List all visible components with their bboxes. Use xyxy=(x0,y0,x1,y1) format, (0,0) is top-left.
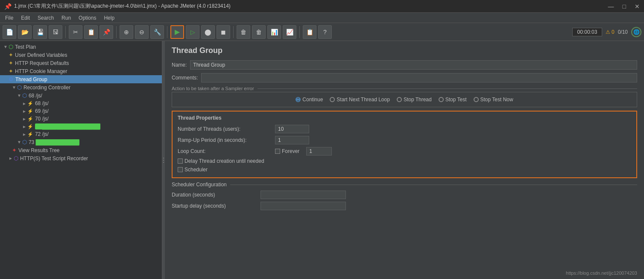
forever-checkbox[interactable] xyxy=(275,149,280,154)
graph-button[interactable]: 📊 xyxy=(267,25,281,39)
minimize-button[interactable]: — xyxy=(608,3,614,10)
sidebar-item-68js-parent[interactable]: ▼ ⬡ 68 /js/ xyxy=(0,91,162,100)
expand-arrow-72: ► xyxy=(22,132,26,137)
start-no-pauses-button[interactable]: ▷ xyxy=(186,25,199,39)
menu-run[interactable]: Run xyxy=(58,14,74,22)
name-label: Name: xyxy=(172,62,187,68)
clear-all-button[interactable]: 🗑 xyxy=(252,25,266,39)
pin-icon: 📌 xyxy=(4,3,12,10)
scheduler-config-section: Scheduler Configuration Duration (second… xyxy=(172,182,637,211)
duration-input[interactable] xyxy=(261,191,346,199)
sidebar-item-thread-group[interactable]: ⚙ Thread Group xyxy=(0,75,162,83)
72js-icon: ⚡ xyxy=(27,132,33,137)
wand-button[interactable]: 🔧 xyxy=(150,25,164,39)
delay-checkbox[interactable] xyxy=(178,159,183,164)
radio-stop-thread[interactable]: Stop Thread xyxy=(397,97,432,103)
shutdown-button[interactable]: ◼ xyxy=(217,25,230,39)
sidebar-item-cookie-manager[interactable]: ✦ HTTP Cookie Manager xyxy=(0,67,162,75)
expand-arrow-69: ► xyxy=(22,109,26,114)
sidebar-label-view-results: View Results Tree xyxy=(18,147,60,153)
sidebar-item-73[interactable]: ▼ ⬡ 73 ████████████ xyxy=(0,138,162,146)
sidebar-item-69js[interactable]: ► ⚡ 69 /js/ xyxy=(0,107,162,115)
expand-button[interactable]: ⊕ xyxy=(120,25,133,39)
sidebar-item-user-defined[interactable]: ✦ User Defined Variables xyxy=(0,51,162,59)
name-input[interactable] xyxy=(190,60,637,70)
menu-search[interactable]: Search xyxy=(34,14,57,22)
sidebar-item-72js[interactable]: ► ⚡ 72 /js/ xyxy=(0,130,162,138)
delay-checkbox-item[interactable]: Delay Thread creation until needed xyxy=(178,158,264,164)
cookie-manager-icon: ✦ xyxy=(9,68,13,74)
ramp-up-row: Ramp-Up Period (in seconds): xyxy=(178,135,631,146)
startup-delay-label: Startup delay (seconds) xyxy=(172,203,257,209)
radio-start-next[interactable]: Start Next Thread Loop xyxy=(330,97,390,103)
menu-options[interactable]: Options xyxy=(75,14,100,22)
open-button[interactable]: 📂 xyxy=(18,25,32,39)
title-bar: 📌 1.jmx (C:\常用文件\压测问题\压测\apache-jmeter-4… xyxy=(0,0,644,13)
table-button[interactable]: 📋 xyxy=(303,25,316,39)
toolbar-right: 00:00:03 ⚠ 0 0/10 🌐 xyxy=(572,27,641,37)
paste-button[interactable]: 📌 xyxy=(100,25,113,39)
sidebar-label-72js: 72 /js/ xyxy=(35,131,49,137)
collapse-button[interactable]: ⊖ xyxy=(135,25,149,39)
maximize-button[interactable]: □ xyxy=(623,3,626,10)
report-button[interactable]: 📈 xyxy=(283,25,296,39)
71-icon: ⚡ xyxy=(27,124,33,129)
73-icon: ⬡ xyxy=(22,139,27,145)
sidebar-label-68js-parent: 68 /js/ xyxy=(29,93,42,99)
menu-bar: File Edit Search Run Options Help xyxy=(0,13,644,23)
sidebar-item-68js-child[interactable]: ► ⚡ 68 /js/ xyxy=(0,100,162,107)
comments-input[interactable] xyxy=(201,73,637,82)
loop-count-label: Loop Count: xyxy=(178,148,272,154)
close-button[interactable]: ✕ xyxy=(635,3,640,10)
sidebar-item-70js[interactable]: ► ⚡ 70 /js/ xyxy=(0,115,162,123)
new-button[interactable]: 📄 xyxy=(3,25,16,39)
menu-file[interactable]: File xyxy=(2,14,17,22)
separator-4 xyxy=(233,26,234,38)
start-button[interactable]: ▶ xyxy=(170,25,184,39)
scheduler-checkbox-item[interactable]: Scheduler xyxy=(178,167,208,173)
loop-count-input[interactable] xyxy=(306,147,332,156)
radio-stop-test[interactable]: Stop Test xyxy=(439,97,467,103)
expand-arrow-recording: ▼ xyxy=(12,85,16,90)
sidebar-item-http-defaults[interactable]: ✦ HTTP Request Defaults xyxy=(0,59,162,67)
menu-help[interactable]: Help xyxy=(100,14,118,22)
stop-button[interactable]: ⬤ xyxy=(201,25,215,39)
radio-continue[interactable]: Continue xyxy=(296,97,323,103)
num-threads-input[interactable] xyxy=(275,125,309,133)
save-button[interactable]: 💾 xyxy=(33,25,47,39)
radio-start-next-label: Start Next Thread Loop xyxy=(337,97,390,103)
sidebar-label-test-plan: Test Plan xyxy=(15,44,36,50)
scheduler-checkbox[interactable] xyxy=(178,167,183,172)
sidebar-item-recording-ctrl[interactable]: ▼ ⬡ Recording Controller xyxy=(0,83,162,91)
warning-badge: ⚠ 0 xyxy=(606,29,615,35)
sidebar-item-71[interactable]: ► ⚡ 71 ████████████████ xyxy=(0,123,162,130)
copy-button[interactable]: 📋 xyxy=(84,25,98,39)
separator-3 xyxy=(167,26,167,38)
radio-stop-thread-label: Stop Thread xyxy=(404,97,432,103)
menu-edit[interactable]: Edit xyxy=(18,14,33,22)
sidebar-item-test-script[interactable]: ► ⬡ HTTP(S) Test Script Recorder xyxy=(0,154,162,162)
radio-stop-test-now-circle xyxy=(474,97,479,102)
cut-button[interactable]: ✂ xyxy=(69,25,82,39)
sidebar-label-70js: 70 /js/ xyxy=(35,116,49,122)
help-button[interactable]: ? xyxy=(318,25,332,39)
comments-label: Comments: xyxy=(172,75,198,81)
clear-button[interactable]: 🗑 xyxy=(237,25,250,39)
startup-delay-input[interactable] xyxy=(261,202,346,210)
forever-checkbox-item[interactable]: Forever xyxy=(275,148,299,154)
duration-row: Duration (seconds) xyxy=(172,189,637,200)
globe-button[interactable]: 🌐 xyxy=(631,27,641,37)
save-as-button[interactable]: 🖫 xyxy=(49,25,62,39)
view-results-icon: ✦ xyxy=(12,147,17,153)
ramp-up-input[interactable] xyxy=(275,136,309,144)
ramp-up-label: Ramp-Up Period (in seconds): xyxy=(178,137,272,143)
sidebar-label-http-defaults: HTTP Request Defaults xyxy=(15,60,69,66)
radio-stop-test-now[interactable]: Stop Test Now xyxy=(474,97,513,103)
startup-delay-row: Startup delay (seconds) xyxy=(172,200,637,211)
sidebar-label-73: 73 ████████████ xyxy=(29,139,79,145)
timer-display: 00:00:03 xyxy=(572,28,602,36)
sidebar-item-view-results[interactable]: ✦ View Results Tree xyxy=(0,146,162,154)
sidebar-item-test-plan[interactable]: ▼ ⬡ Test Plan xyxy=(0,43,162,51)
70js-icon: ⚡ xyxy=(27,116,33,122)
sidebar-label-cookie-manager: HTTP Cookie Manager xyxy=(15,68,67,74)
